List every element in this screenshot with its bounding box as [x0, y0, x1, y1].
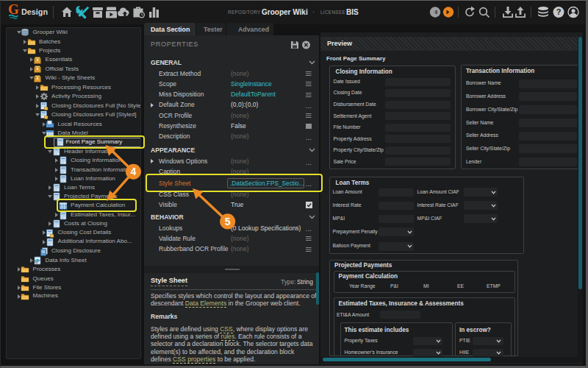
svg-text:5: 5 [225, 216, 231, 227]
svg-text:4: 4 [131, 166, 137, 177]
